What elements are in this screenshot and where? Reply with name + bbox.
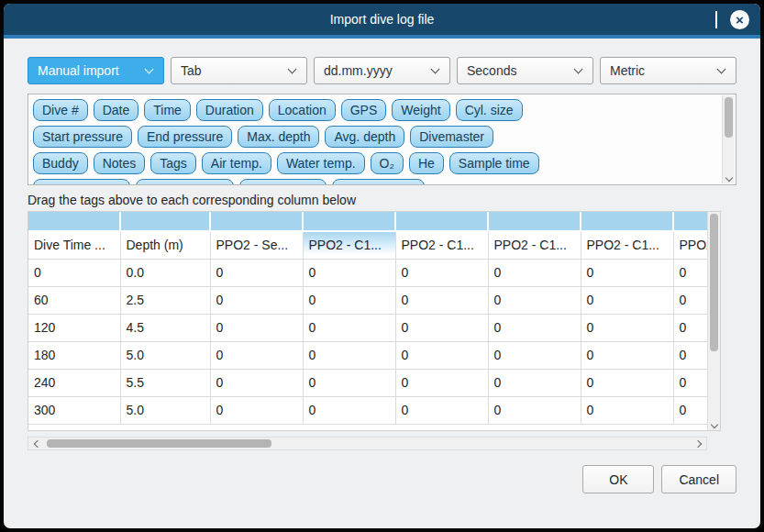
chevron-left-icon: [33, 439, 40, 447]
field-tag[interactable]: O₂: [371, 152, 404, 174]
drop-target-cell[interactable]: [395, 212, 488, 231]
field-tag[interactable]: Sample pO₂: [239, 179, 327, 185]
table-cell: 300: [28, 396, 120, 424]
scroll-right-button[interactable]: [692, 441, 706, 447]
table-cell: 0: [673, 286, 707, 314]
table-cell: 0: [210, 396, 303, 424]
table-row: 1805.0000000: [28, 341, 707, 369]
combobox-value: Seconds: [467, 63, 570, 78]
table-cell: 0: [210, 286, 303, 314]
column-header: PPO2 - Se...: [210, 231, 303, 259]
import-mode-combobox[interactable]: Manual import: [28, 57, 164, 84]
field-tag[interactable]: Weight: [392, 99, 449, 121]
table-cell: 0: [488, 396, 581, 424]
chevron-down-icon: [710, 421, 717, 428]
field-tag[interactable]: Date: [94, 99, 139, 121]
scrollbar-track[interactable]: [43, 438, 692, 449]
field-tag[interactable]: Start pressure: [33, 126, 132, 148]
time-format-combobox[interactable]: Seconds: [457, 57, 593, 84]
cancel-button[interactable]: Cancel: [661, 465, 736, 493]
field-tag[interactable]: Notes: [94, 152, 146, 174]
table-cell: 0: [581, 369, 673, 396]
scroll-down-button[interactable]: [723, 178, 735, 181]
field-tag[interactable]: Location: [269, 99, 336, 121]
chevron-down-icon: [715, 11, 717, 28]
table-cell: 0: [303, 286, 395, 314]
column-header: Depth (m): [120, 231, 210, 259]
table-cell: 0: [488, 259, 581, 286]
field-tag[interactable]: Sample temp.: [136, 179, 233, 185]
tag-list: Dive #DateTimeDurationLocationGPSWeightC…: [33, 99, 715, 185]
drop-target-row: [28, 212, 707, 231]
field-tag[interactable]: Dive #: [33, 99, 88, 121]
table-cell: 0: [673, 369, 707, 396]
field-tag[interactable]: Air temp.: [202, 152, 271, 174]
column-header: PPO2 - C1...: [303, 231, 395, 259]
table-horizontal-scrollbar[interactable]: [28, 437, 707, 450]
dialog-buttons: OK Cancel: [28, 465, 736, 493]
chevron-down-icon: [141, 69, 156, 72]
scrollbar-handle[interactable]: [47, 439, 271, 448]
shade-button[interactable]: [715, 11, 717, 28]
date-format-combobox[interactable]: dd.mm.yyyy: [314, 57, 450, 84]
field-tag[interactable]: GPS: [341, 99, 387, 121]
table-cell: 0: [673, 396, 707, 424]
field-tag[interactable]: Cyl. size: [456, 99, 523, 121]
field-tag[interactable]: End pressure: [138, 126, 232, 148]
scrollbar-handle[interactable]: [725, 97, 733, 138]
table-cell: 0: [210, 259, 303, 286]
table-cell: 5.0: [120, 396, 210, 424]
field-tag[interactable]: Max. depth: [238, 126, 319, 148]
column-header: PPO2 - C1...: [488, 231, 581, 259]
table-cell: 0: [210, 341, 303, 369]
titlebar[interactable]: Import dive log file ×: [4, 4, 760, 35]
table-row: 602.5000000: [28, 286, 707, 314]
field-tag[interactable]: Time: [144, 99, 191, 121]
table-cell: 0: [673, 314, 707, 341]
chevron-right-icon: [693, 439, 701, 447]
field-tag[interactable]: Sample time: [449, 152, 539, 174]
tag-row: Dive #DateTimeDurationLocationGPSWeightC…: [33, 99, 715, 121]
preview-table: Dive Time ...Depth (m)PPO2 - Se...PPO2 -…: [28, 212, 707, 425]
table-cell: 240: [28, 369, 120, 396]
field-tag[interactable]: Buddy: [33, 152, 88, 174]
table-cell: 0: [303, 396, 395, 424]
table-cell: 0: [210, 369, 303, 396]
drop-target-cell[interactable]: [488, 212, 581, 231]
scrollbar-handle[interactable]: [710, 214, 718, 351]
drop-target-cell[interactable]: [28, 212, 120, 231]
drop-target-cell[interactable]: [120, 212, 210, 231]
table-row: 00.0000000: [28, 259, 707, 286]
field-tag[interactable]: He: [409, 152, 444, 174]
field-tag[interactable]: Duration: [196, 99, 263, 121]
table-cell: 0: [303, 314, 395, 341]
drop-target-cell[interactable]: [673, 212, 707, 231]
table-cell: 2.5: [120, 286, 210, 314]
drop-target-cell[interactable]: [210, 212, 303, 231]
field-tag[interactable]: Tags: [150, 152, 196, 174]
preview-table-viewport: Dive Time ...Depth (m)PPO2 - Se...PPO2 -…: [28, 212, 707, 430]
scroll-down-button[interactable]: [708, 425, 720, 427]
titlebar-controls: ×: [715, 4, 749, 35]
table-cell: 0: [488, 369, 581, 396]
table-cell: 5.0: [120, 341, 210, 369]
header-row: Dive Time ...Depth (m)PPO2 - Se...PPO2 -…: [28, 231, 707, 259]
drop-target-cell[interactable]: [303, 212, 395, 231]
table-vertical-scrollbar[interactable]: [707, 212, 720, 430]
combobox-value: dd.mm.yyyy: [324, 63, 427, 78]
field-tag[interactable]: Water temp.: [277, 152, 365, 174]
table-cell: 0: [581, 259, 673, 286]
tag-area-scrollbar[interactable]: [722, 95, 735, 183]
field-tag[interactable]: Sample CNS: [332, 179, 425, 185]
units-combobox[interactable]: Metric: [600, 57, 736, 84]
field-tag[interactable]: Divemaster: [410, 126, 493, 148]
drop-target-cell[interactable]: [581, 212, 673, 231]
combobox-value: Metric: [610, 63, 714, 78]
close-button[interactable]: ×: [730, 10, 749, 29]
field-separator-combobox[interactable]: Tab: [171, 57, 307, 84]
field-tag[interactable]: Sample depth: [33, 179, 130, 185]
window-title: Import dive log file: [330, 12, 435, 27]
field-tag[interactable]: Avg. depth: [325, 126, 404, 148]
scroll-left-button[interactable]: [28, 441, 43, 447]
ok-button[interactable]: OK: [582, 465, 654, 493]
